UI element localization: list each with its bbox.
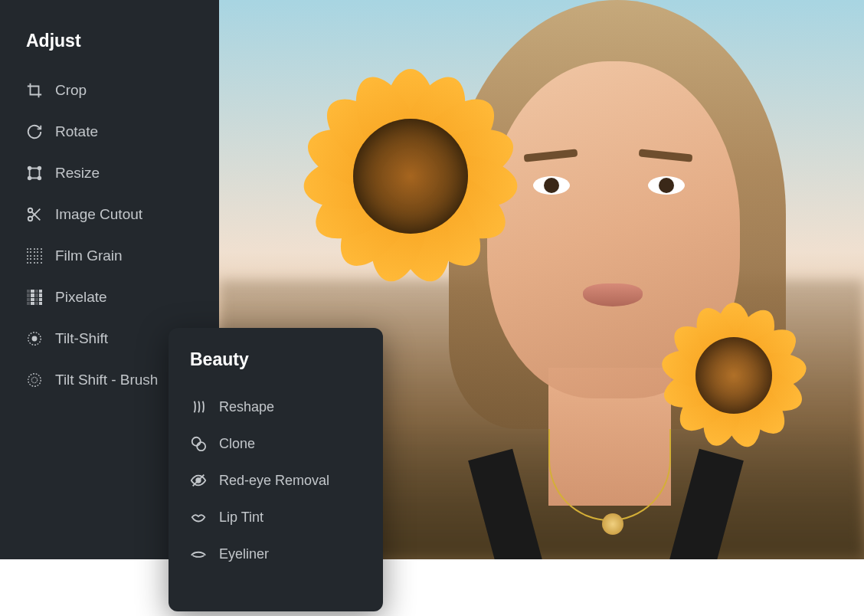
tool-lip-tint[interactable]: Lip Tint [190,499,362,536]
grain-icon [26,247,43,264]
tool-crop[interactable]: Crop [26,70,193,111]
svg-point-12 [31,377,37,382]
pixelate-icon [26,289,43,306]
beauty-panel: Beauty Reshape Clone Red-eye Removal Lip… [169,328,383,611]
tool-label: Pixelate [55,289,107,306]
tool-label: Clone [219,436,255,452]
tool-image-cutout[interactable]: Image Cutout [26,194,193,235]
svg-point-5 [28,208,33,213]
tool-label: Red-eye Removal [219,473,329,489]
svg-point-13 [192,437,201,446]
resize-icon [26,165,43,182]
tool-rotate[interactable]: Rotate [26,111,193,152]
svg-point-14 [197,442,205,451]
tool-label: Eyeliner [219,546,269,562]
svg-point-4 [38,177,41,180]
tool-pixelate[interactable]: Pixelate [26,277,193,318]
scissors-icon [26,206,43,223]
tool-label: Film Grain [55,247,123,264]
tool-label: Reshape [219,399,274,415]
svg-point-1 [28,167,31,170]
tool-label: Crop [55,82,87,99]
tool-label: Resize [55,165,100,182]
tilt-shift-icon [26,330,43,347]
tool-resize[interactable]: Resize [26,152,193,194]
crop-icon [26,82,43,99]
reshape-icon [190,398,207,415]
sunflower-small [634,283,833,467]
tool-label: Rotate [55,123,98,140]
tool-red-eye[interactable]: Red-eye Removal [190,462,362,499]
svg-point-10 [32,336,37,341]
svg-point-3 [28,177,31,180]
tool-film-grain[interactable]: Film Grain [26,235,193,277]
svg-point-6 [28,217,33,221]
rotate-icon [26,123,43,140]
sunflower-large [265,38,556,314]
tool-reshape[interactable]: Reshape [190,388,362,425]
svg-point-2 [38,167,41,170]
adjust-panel-title: Adjust [26,31,193,51]
beauty-panel-title: Beauty [190,349,362,370]
lips-icon [190,509,207,526]
tilt-shift-brush-icon [26,372,43,388]
tool-label: Tilt-Shift [55,330,108,347]
tool-label: Image Cutout [55,206,142,223]
eyeliner-icon [190,546,207,562]
tool-label: Lip Tint [219,510,263,526]
tool-eyeliner[interactable]: Eyeliner [190,536,362,572]
red-eye-icon [190,472,207,489]
svg-point-11 [28,374,41,387]
tool-label: Tilt Shift - Brush [55,372,158,388]
tool-clone[interactable]: Clone [190,425,362,462]
clone-icon [190,435,207,452]
